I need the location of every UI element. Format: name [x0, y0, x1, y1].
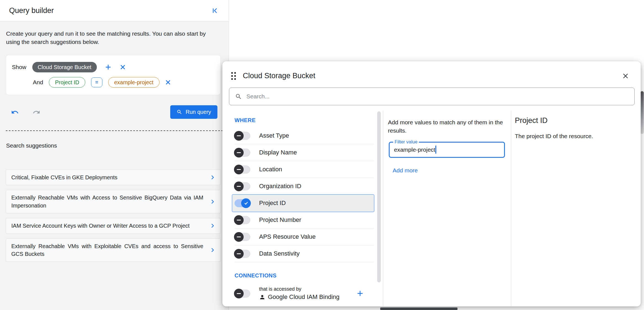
filter-label: Asset Type [259, 132, 289, 139]
condition-row: And Project ID = example-project [12, 77, 215, 88]
filter-row[interactable]: APS Resource Value [235, 228, 374, 245]
toggle-thumb [234, 131, 244, 141]
toggle-thumb [234, 182, 244, 191]
chevron-right-icon [209, 247, 215, 253]
collapse-panel-icon [211, 7, 219, 14]
condition-field-chip[interactable]: Project ID [49, 77, 85, 88]
search-suggestion-item[interactable]: IAM Service Account Keys with Owner or W… [6, 218, 221, 233]
filter-row[interactable]: Display Name [235, 144, 374, 161]
filter-label: Display Name [259, 149, 297, 156]
filter-row[interactable]: Project ID [232, 195, 374, 212]
plus-icon [105, 64, 112, 71]
filter-row[interactable]: Project Number [235, 212, 374, 228]
filters-column: WHERE Asset Type [222, 111, 383, 306]
connection-text: that is accessed by Google Cloud IAM Bin… [259, 286, 347, 301]
plus-icon [356, 290, 364, 297]
filter-value-field[interactable]: Filter value example-project [389, 142, 505, 158]
where-section-label: WHERE [235, 117, 383, 124]
close-icon [622, 72, 629, 80]
query-actions-row: Run query [11, 105, 217, 119]
filter-toggle[interactable] [235, 199, 250, 207]
search-suggestion-item[interactable]: Externally Reachable VMs with Exploitabl… [6, 238, 221, 262]
filter-toggle[interactable] [235, 216, 250, 224]
connection-row[interactable]: that is accessed by Google Cloud IAM Bin… [235, 286, 374, 301]
search-icon [235, 93, 242, 100]
filter-label: Project ID [259, 199, 286, 207]
page-horizontal-scrollbar[interactable] [380, 308, 457, 310]
filter-list: Asset Type Display Name [235, 127, 374, 262]
run-query-button[interactable]: Run query [170, 105, 217, 119]
filter-row[interactable]: Organization ID [235, 178, 374, 195]
toggle-thumb [234, 249, 244, 259]
suggestion-label: Critical, Fixable CVEs in GKE Deployment… [11, 174, 209, 181]
filter-row[interactable]: Asset Type [235, 127, 374, 144]
query-chip-card: Show Cloud Storage Bucket And Project [6, 55, 221, 95]
add-more-button[interactable]: Add more [393, 167, 418, 174]
search-suggestions-list: Critical, Fixable CVEs in GKE Deployment… [6, 170, 221, 262]
filter-row[interactable]: Location [235, 161, 374, 178]
person-icon [259, 294, 265, 300]
add-connection-button[interactable] [356, 290, 364, 297]
query-builder-header: Query builder [0, 0, 229, 22]
dialog-title: Cloud Storage Bucket [243, 72, 622, 80]
query-builder-panel: Query builder Create your query and run … [0, 0, 229, 310]
filter-toggle[interactable] [235, 182, 250, 190]
close-icon [119, 64, 126, 70]
condition-value-chip[interactable]: example-project [108, 77, 159, 88]
search-suggestions-title: Search suggestions [6, 142, 229, 149]
filter-toggle[interactable] [235, 165, 250, 174]
close-icon [165, 79, 171, 86]
toggle-thumb [234, 165, 244, 174]
show-label: Show [12, 64, 26, 70]
filters-scrollbar[interactable] [377, 111, 381, 282]
filter-toggle[interactable] [235, 250, 250, 258]
dialog-header: Cloud Storage Bucket [222, 61, 641, 80]
add-resource-button[interactable] [105, 64, 112, 71]
suggestion-label: Externally Reachable VMs with Access to … [11, 194, 209, 209]
filter-value-label: Filter value [393, 139, 419, 145]
chevron-right-icon [209, 174, 215, 180]
filter-label: Data Senstivity [259, 250, 300, 257]
filter-row[interactable]: Data Senstivity [235, 245, 374, 262]
query-builder-description: Create your query and run it to see the … [6, 30, 219, 46]
suggestion-label: IAM Service Account Keys with Owner or W… [11, 222, 209, 230]
toggle-thumb [234, 215, 244, 225]
page-title: Query builder [9, 6, 54, 15]
filter-toggle[interactable] [235, 233, 250, 241]
page-vertical-scrollbar[interactable] [640, 91, 644, 134]
condition-operator-chip[interactable]: = [91, 77, 102, 87]
chevron-right-icon [209, 223, 215, 229]
toggle-thumb [234, 289, 244, 298]
filter-label: Location [259, 166, 282, 173]
remove-resource-button[interactable] [119, 64, 126, 70]
connection-prefix: that is accessed by [259, 286, 347, 292]
connections-section-label: CONNECTIONS [235, 272, 383, 279]
search-suggestion-item[interactable]: Critical, Fixable CVEs in GKE Deployment… [6, 170, 221, 185]
and-label: And [33, 79, 43, 86]
show-row: Show Cloud Storage Bucket [12, 62, 215, 72]
redo-icon [33, 108, 40, 116]
redo-button[interactable] [33, 108, 40, 116]
undo-button[interactable] [11, 108, 19, 116]
remove-condition-button[interactable] [165, 79, 171, 86]
connection-toggle[interactable] [235, 290, 250, 298]
collapse-panel-button[interactable] [211, 7, 219, 14]
info-title: Project ID [515, 116, 632, 125]
dialog-search-input[interactable] [246, 93, 629, 100]
values-instruction: Add more values to match any of them in … [388, 118, 504, 135]
toggle-thumb [234, 232, 244, 242]
dialog-search-box [229, 88, 635, 105]
toggle-thumb [241, 198, 251, 208]
resource-chip[interactable]: Cloud Storage Bucket [32, 62, 97, 72]
search-suggestion-item[interactable]: Externally Reachable VMs with Access to … [6, 190, 221, 213]
filter-label: APS Resource Value [259, 233, 316, 240]
info-description: The project ID of the resource. [515, 133, 632, 140]
dashed-divider [6, 130, 223, 131]
run-query-label: Run query [186, 109, 211, 115]
filter-label: Project Number [259, 216, 301, 224]
dialog-close-button[interactable] [622, 72, 629, 80]
filter-toggle[interactable] [235, 132, 250, 140]
drag-handle-icon[interactable] [231, 72, 236, 80]
filter-toggle[interactable] [235, 149, 250, 157]
undo-icon [11, 108, 19, 116]
